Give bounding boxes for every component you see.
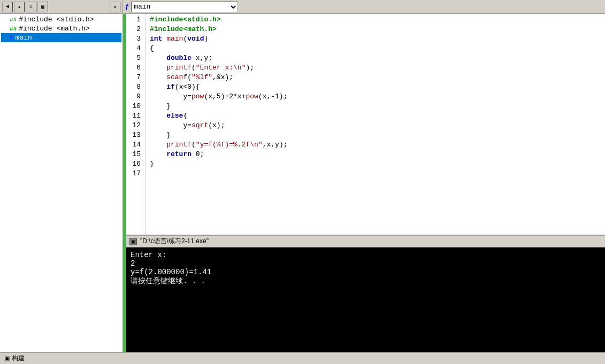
console-titlebar: ▣ "D:\c语言\练习2-11.exe" — [126, 236, 605, 247]
editor-with-bar: 1234567891011121314151617 #include<stdio… — [123, 14, 605, 352]
console-line-3: y=f(2.000000)=1.41 — [131, 268, 601, 276]
forward-button[interactable]: ✦ — [14, 2, 25, 12]
sidebar: ◄ ✦ ≡ ▦ ✕ ## #include <stdio.h> ## #incl… — [0, 0, 123, 352]
sidebar-item-stdio[interactable]: ## #include <stdio.h> — [1, 15, 121, 24]
line-numbers: 1234567891011121314151617 — [126, 14, 145, 235]
sidebar-item-stdio-label: #include <stdio.h> — [19, 16, 94, 24]
console-line-2: 2 — [131, 259, 601, 268]
console-title: "D:\c语言\练习2-11.exe" — [140, 237, 209, 246]
status-label: 构建 — [12, 354, 25, 363]
sidebar-toolbar: ◄ ✦ ≡ ▦ ✕ — [0, 0, 122, 14]
editor-topbar: ƒ main — [123, 0, 605, 14]
console-line-4: 请按任意键继续. . . — [131, 276, 601, 286]
console-body: Enter x: 2 y=f(2.000000)=1.41 请按任意键继续. .… — [126, 247, 605, 352]
console-line-1: Enter x: — [131, 251, 601, 259]
sidebar-item-main-label: main — [16, 34, 32, 42]
sidebar-tree: ## #include <stdio.h> ## #include <math.… — [0, 14, 122, 352]
hash-icon: ## — [10, 17, 17, 23]
func-icon: ƒ — [10, 35, 13, 41]
view-button[interactable]: ▦ — [37, 2, 48, 12]
sidebar-item-math-label: #include <math.h> — [19, 25, 90, 33]
code-editor: 1234567891011121314151617 #include<stdio… — [126, 14, 605, 352]
status-icon: ▣ — [4, 355, 10, 362]
back-button[interactable]: ◄ — [2, 2, 13, 12]
console-window-icon: ▣ — [129, 238, 137, 245]
code-content[interactable]: #include<stdio.h> #include<math.h> int m… — [145, 14, 605, 235]
hash-icon-2: ## — [10, 26, 17, 32]
status-bar: ▣ 构建 — [0, 352, 605, 364]
function-dropdown[interactable]: main — [131, 2, 238, 12]
editor-area: ƒ main 1234567891011121314151617 #includ… — [123, 0, 605, 352]
console-panel: ▣ "D:\c语言\练习2-11.exe" Enter x: 2 y=f(2.0… — [126, 235, 605, 352]
list-button[interactable]: ≡ — [26, 2, 36, 12]
code-area[interactable]: 1234567891011121314151617 #include<stdio… — [126, 14, 605, 235]
topbar-func-icon: ƒ — [125, 3, 129, 11]
sidebar-item-math[interactable]: ## #include <math.h> — [1, 24, 121, 33]
close-sidebar-button[interactable]: ✕ — [110, 2, 120, 12]
sidebar-item-main[interactable]: ƒ main — [1, 33, 121, 42]
